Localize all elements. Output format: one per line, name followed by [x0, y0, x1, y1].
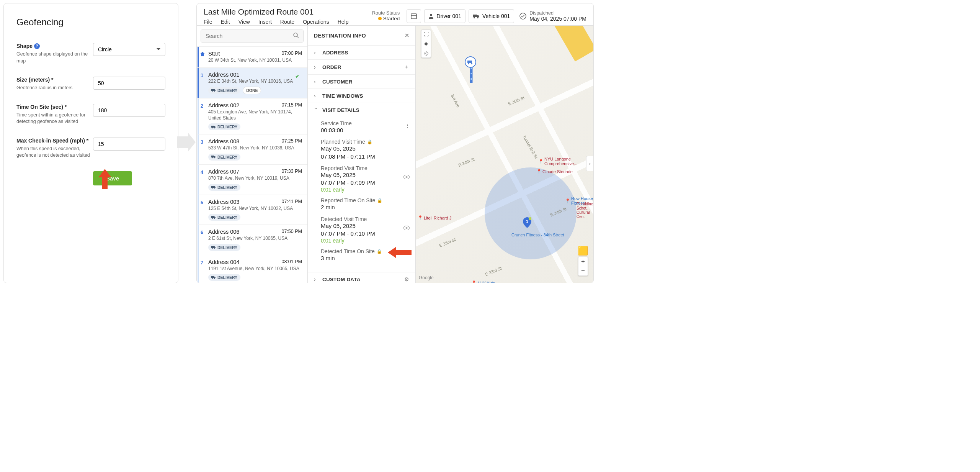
visit-details-body: ⋮ Service Time 00:03:00 Planned Visit Ti…	[308, 117, 415, 272]
help-icon[interactable]: ?	[34, 43, 40, 49]
section-customer[interactable]: ›CUSTOMER	[308, 75, 415, 89]
locate-icon: ◎	[421, 48, 431, 57]
stop-list[interactable]: 07:00 PMStart20 W 34th St, New York, NY …	[197, 47, 307, 283]
size-input[interactable]	[93, 77, 165, 90]
destination-column: DESTINATION INFO × ›ADDRESS ›ORDER＋ ›CUS…	[308, 26, 416, 283]
callout-arrow-left	[388, 247, 412, 258]
menu-operations[interactable]: Operations	[303, 19, 329, 25]
lock-icon: 🔒	[367, 139, 372, 144]
plus-icon: ＋	[404, 64, 409, 70]
svg-text:1: 1	[526, 219, 528, 224]
zoom-in: +	[578, 257, 588, 266]
stop-item[interactable]: 207:15 PMAddress 002405 Lexington Ave, N…	[197, 98, 307, 134]
vehicle-button[interactable]: Vehicle 001	[469, 9, 514, 23]
speed-input[interactable]	[93, 138, 165, 151]
search-input[interactable]	[201, 30, 304, 43]
stop-item[interactable]: 07:00 PMStart20 W 34th St, New York, NY …	[197, 47, 307, 68]
svg-point-14	[214, 128, 215, 129]
menu-route[interactable]: Route	[280, 19, 294, 25]
eye-icon[interactable]	[403, 174, 410, 180]
svg-rect-12	[211, 126, 214, 128]
svg-point-36	[471, 63, 472, 64]
geofence-circle	[485, 167, 577, 259]
section-address[interactable]: ›ADDRESS	[308, 46, 415, 60]
eye-icon[interactable]	[403, 225, 410, 231]
geofencing-panel: Geofencing Shape ? Geofence shape displa…	[3, 3, 178, 283]
svg-point-16	[212, 157, 213, 159]
svg-line-8	[297, 36, 299, 38]
menu-insert[interactable]: Insert	[258, 19, 272, 25]
svg-point-20	[214, 188, 215, 189]
svg-point-35	[468, 63, 469, 64]
svg-point-30	[406, 176, 408, 178]
section-custom-data[interactable]: ›CUSTOM DATA⚙	[308, 272, 415, 283]
route-line	[416, 26, 531, 83]
driver-button[interactable]: Driver 001	[424, 9, 466, 23]
stop-item[interactable]: 407:33 PMAddress 007870 7th Ave, New Yor…	[197, 165, 307, 195]
tos-label: Time On Site (sec) *	[16, 104, 93, 110]
menu-view[interactable]: View	[238, 19, 250, 25]
speed-hint: When this speed is exceeded, geofence is…	[16, 146, 93, 159]
fullscreen-icon: ⛶	[421, 30, 431, 39]
section-time-windows[interactable]: ›TIME WINDOWS	[308, 89, 415, 103]
stop-item[interactable]: 607:50 PMAddress 0062 E 61st St, New Yor…	[197, 225, 307, 255]
svg-rect-24	[211, 246, 214, 248]
svg-point-26	[214, 248, 215, 249]
section-visit-details[interactable]: ›VISIT DETAILS	[308, 103, 415, 117]
route-title: Last Mile Optimized Route 001	[204, 7, 348, 16]
check-circle-icon	[519, 13, 526, 20]
flow-arrow-icon	[177, 133, 196, 152]
layers-icon: ◆	[421, 39, 431, 48]
lock-icon: 🔒	[377, 249, 382, 254]
shape-select[interactable]: Circle	[93, 43, 165, 56]
tos-hint: Time spent within a geofence for detecti…	[16, 112, 93, 125]
zoom-controls[interactable]: +−	[578, 257, 588, 276]
route-panel: Last Mile Optimized Route 001 File Edit …	[196, 3, 594, 283]
callout-arrow-up	[98, 169, 111, 189]
map-controls[interactable]: ⛶ ◆ ◎	[421, 30, 431, 58]
svg-rect-15	[211, 156, 214, 157]
check-icon: ✔	[295, 73, 300, 79]
stop-item[interactable]: 708:01 PMAddress 0041191 1st Avenue, New…	[197, 255, 307, 283]
svg-point-4	[474, 17, 475, 18]
svg-rect-18	[211, 186, 214, 188]
route-status: Route Status Started	[372, 10, 400, 21]
stop-marker-1[interactable]: 1	[523, 217, 531, 228]
stop-item[interactable]: 1✔Address 001222 E 34th St, New York, NY…	[197, 68, 307, 99]
stops-column: 07:00 PMStart20 W 34th St, New York, NY …	[197, 26, 308, 283]
menu-help[interactable]: Help	[338, 19, 349, 25]
stop-item[interactable]: 507:41 PMAddress 003125 E 54th St, New Y…	[197, 195, 307, 225]
geofencing-heading: Geofencing	[16, 17, 165, 28]
tos-input[interactable]	[93, 104, 165, 117]
svg-rect-0	[411, 14, 416, 19]
svg-point-2	[430, 14, 432, 16]
size-hint: Geofence radius in meters	[16, 85, 93, 92]
map[interactable]: 1 ⛶ ◆ ◎ E 35th St E 34th St E 34th St E …	[416, 26, 593, 283]
search-icon	[293, 33, 299, 39]
kebab-icon[interactable]: ⋮	[405, 123, 410, 129]
stop-item[interactable]: 307:25 PMAddress 008533 W 47th St, New Y…	[197, 134, 307, 165]
shape-label: Shape ?	[16, 43, 93, 49]
menu-file[interactable]: File	[204, 19, 212, 25]
svg-rect-34	[467, 61, 472, 63]
close-icon[interactable]: ×	[405, 31, 409, 40]
google-logo: Google	[419, 275, 434, 280]
svg-point-25	[212, 248, 213, 249]
svg-rect-9	[211, 89, 214, 91]
svg-point-19	[212, 188, 213, 189]
svg-point-22	[212, 218, 213, 219]
pegman-icon[interactable]: 🟨	[578, 246, 588, 256]
menu-edit[interactable]: Edit	[221, 19, 230, 25]
vehicle-marker[interactable]	[465, 56, 476, 68]
svg-point-23	[214, 218, 215, 219]
svg-point-31	[406, 227, 408, 229]
collapse-tab[interactable]: ‹	[586, 156, 593, 171]
destination-heading: DESTINATION INFO	[314, 33, 366, 39]
svg-point-5	[477, 17, 479, 18]
calendar-button[interactable]	[407, 9, 421, 23]
shape-hint: Geofence shape displayed on the map	[16, 51, 93, 64]
svg-point-28	[212, 278, 213, 279]
svg-point-11	[214, 91, 215, 92]
section-order[interactable]: ›ORDER＋	[308, 60, 415, 75]
svg-rect-21	[211, 216, 214, 218]
